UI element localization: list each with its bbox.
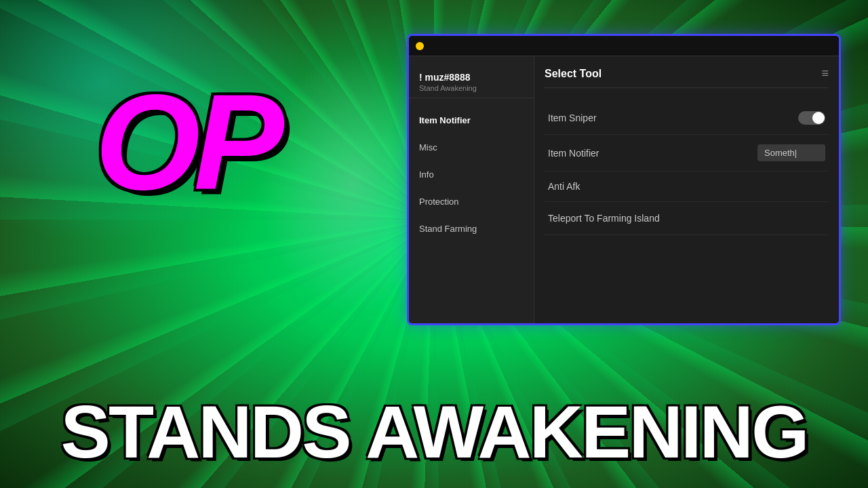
sidebar-user-info: ! muz#8888 Stand Awakening (409, 66, 534, 98)
sidebar-item-item-notifier[interactable]: Item Notifier (409, 108, 534, 132)
title-dot (416, 42, 424, 50)
tool-label-sniper: Item Sniper (548, 113, 597, 123)
tool-item-notifier: Item Notifier (545, 135, 829, 171)
tool-label-teleport: Teleport To Farming Island (548, 213, 660, 224)
sidebar: ! muz#8888 Stand Awakening Item Notifier… (409, 56, 534, 323)
op-text: OP (95, 75, 277, 210)
sidebar-item-stand-farming[interactable]: Stand Farming (409, 217, 534, 241)
content-header: Select Tool ≡ (545, 66, 829, 88)
gui-window: ! muz#8888 Stand Awakening Item Notifier… (407, 34, 841, 325)
content-title: Select Tool (545, 68, 601, 80)
sidebar-item-protection[interactable]: Protection (409, 190, 534, 214)
title-bar (409, 36, 839, 56)
sidebar-subtitle: Stand Awakening (419, 84, 524, 92)
tool-item-sniper: Item Sniper (545, 102, 829, 135)
gui-body: ! muz#8888 Stand Awakening Item Notifier… (409, 56, 839, 323)
bottom-text: STANDS AWAKENING (0, 388, 868, 474)
toggle-sniper[interactable] (798, 111, 825, 125)
content-area: Select Tool ≡ Item Sniper Item Notifier … (534, 56, 839, 323)
tool-item-antiafk: Anti Afk (545, 171, 829, 202)
tool-item-teleport[interactable]: Teleport To Farming Island (545, 202, 829, 235)
toggle-knob-sniper (812, 112, 825, 124)
sidebar-item-misc[interactable]: Misc (409, 136, 534, 159)
sidebar-item-info[interactable]: Info (409, 163, 534, 186)
tool-label-notifier: Item Notifier (548, 148, 599, 159)
tool-label-antiafk: Anti Afk (548, 181, 580, 192)
menu-icon[interactable]: ≡ (821, 66, 829, 81)
notifier-input[interactable] (757, 144, 825, 161)
sidebar-username: ! muz#8888 (419, 72, 524, 83)
